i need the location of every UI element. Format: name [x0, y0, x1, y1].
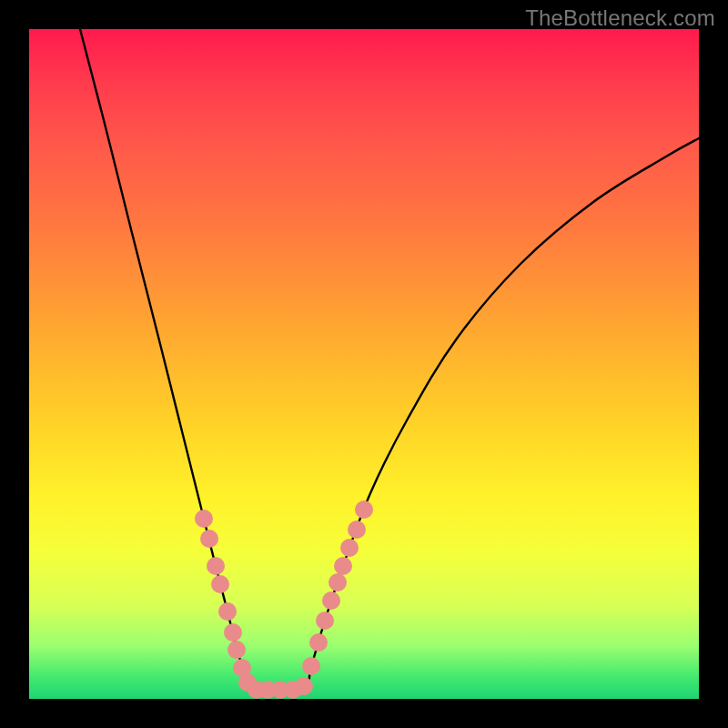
highlight-marker: [355, 500, 373, 519]
highlight-marker: [316, 612, 334, 630]
bottleneck-curve-svg: [29, 29, 699, 699]
highlight-marker: [302, 657, 320, 675]
highlight-marker: [340, 539, 359, 557]
highlight-marker: [322, 592, 340, 610]
bottleneck-curve-path: [80, 29, 699, 693]
highlight-marker: [211, 575, 229, 593]
highlight-marker: [295, 677, 313, 695]
watermark-text: TheBottleneck.com: [525, 5, 715, 31]
highlight-marker: [329, 573, 347, 592]
highlight-marker: [309, 633, 328, 652]
chart-frame: TheBottleneck.com: [0, 0, 728, 728]
highlight-marker: [200, 530, 218, 548]
highlight-marker: [334, 557, 352, 575]
highlight-marker: [348, 521, 366, 539]
highlight-marker-group: [195, 500, 373, 699]
plot-area: [29, 29, 699, 699]
highlight-marker: [218, 602, 237, 621]
highlight-marker: [228, 641, 246, 659]
highlight-marker: [207, 557, 225, 575]
highlight-marker: [195, 510, 213, 528]
highlight-marker: [224, 623, 242, 642]
